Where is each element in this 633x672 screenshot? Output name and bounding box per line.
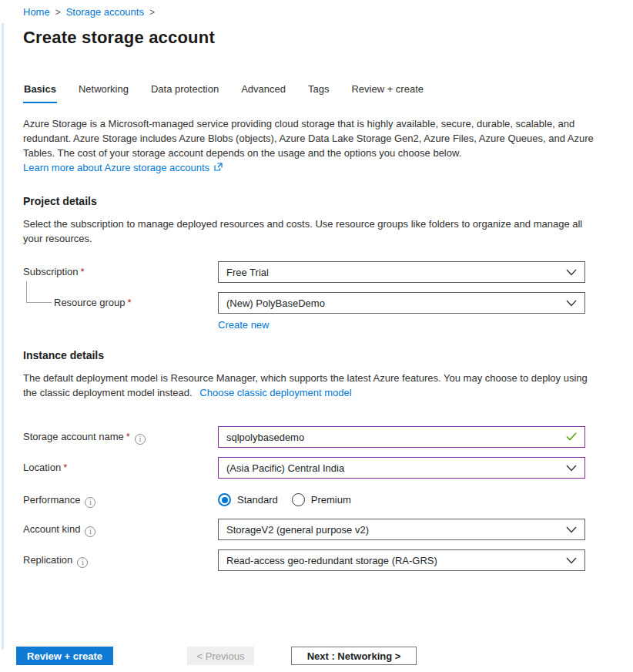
tab-data-protection[interactable]: Data protection xyxy=(150,83,219,103)
storage-account-name-textbox xyxy=(218,426,585,448)
breadcrumb: Home>Storage accounts> xyxy=(23,6,633,18)
page-title: Create storage account xyxy=(23,28,633,48)
replication-dropdown[interactable]: Read-access geo-redundant storage (RA-GR… xyxy=(218,549,585,571)
breadcrumb-separator-icon: > xyxy=(149,7,155,18)
section-heading-project-details: Project details xyxy=(23,195,633,207)
tab-networking[interactable]: Networking xyxy=(78,83,129,103)
breadcrumb-link-storage-accounts[interactable]: Storage accounts xyxy=(66,6,144,18)
chevron-down-icon xyxy=(566,462,577,474)
performance-field-row: Performance Standard Premium xyxy=(23,489,633,508)
account-kind-value: StorageV2 (general purpose v2) xyxy=(226,524,369,536)
learn-more-link[interactable]: Learn more about Azure storage accounts xyxy=(23,160,209,175)
valid-check-icon xyxy=(566,432,577,443)
previous-button[interactable]: < Previous xyxy=(187,647,254,665)
section-heading-instance-details: Instance details xyxy=(23,349,633,361)
performance-radio-standard[interactable]: Standard xyxy=(218,493,278,506)
required-asterisk: * xyxy=(81,266,85,277)
chevron-down-icon xyxy=(566,555,577,566)
account-kind-dropdown[interactable]: StorageV2 (general purpose v2) xyxy=(218,519,585,540)
resource-group-label: Resource group* xyxy=(23,292,218,308)
replication-label: Replication xyxy=(23,549,218,568)
location-field-row: Location* (Asia Pacific) Central India xyxy=(23,457,633,479)
info-icon xyxy=(85,526,95,537)
chevron-down-icon xyxy=(566,524,577,536)
performance-label: Performance xyxy=(23,489,218,508)
radio-unselected-icon xyxy=(292,493,305,506)
subscription-field-row: Subscription* Free Trial xyxy=(23,261,633,283)
breadcrumb-separator-icon: > xyxy=(55,7,61,18)
location-value: (Asia Pacific) Central India xyxy=(226,462,344,474)
tab-review-create[interactable]: Review + create xyxy=(350,83,424,103)
info-icon xyxy=(85,497,95,508)
account-kind-label: Account kind xyxy=(23,519,218,537)
replication-value: Read-access geo-redundant storage (RA-GR… xyxy=(226,555,437,566)
required-asterisk: * xyxy=(128,297,132,308)
info-icon xyxy=(77,557,88,568)
tab-bar: Basics Networking Data protection Advanc… xyxy=(23,83,633,103)
radio-label-premium: Premium xyxy=(311,494,351,506)
tab-advanced[interactable]: Advanced xyxy=(240,83,286,103)
account-kind-field-row: Account kind StorageV2 (general purpose … xyxy=(23,519,633,540)
connector-line xyxy=(26,281,52,303)
performance-radio-premium[interactable]: Premium xyxy=(292,493,351,506)
required-asterisk: * xyxy=(126,431,130,442)
breadcrumb-link-home[interactable]: Home xyxy=(23,6,50,18)
tab-basics[interactable]: Basics xyxy=(23,83,57,103)
location-dropdown[interactable]: (Asia Pacific) Central India xyxy=(218,457,585,479)
intro-text: Azure Storage is a Microsoft-managed ser… xyxy=(23,118,594,159)
resource-group-dropdown[interactable]: (New) PolyBaseDemo xyxy=(218,292,585,314)
next-networking-button[interactable]: Next : Networking > xyxy=(291,647,417,665)
storage-account-name-label: Storage account name* xyxy=(23,426,218,445)
review-create-button[interactable]: Review + create xyxy=(16,647,113,665)
radio-selected-icon xyxy=(218,493,231,506)
subscription-value: Free Trial xyxy=(226,267,269,278)
replication-field-row: Replication Read-access geo-redundant st… xyxy=(23,549,633,571)
location-label: Location* xyxy=(23,457,218,473)
chevron-down-icon xyxy=(566,297,577,309)
classic-deployment-link[interactable]: Choose classic deployment model xyxy=(199,387,351,398)
resource-group-value: (New) PolyBaseDemo xyxy=(226,297,325,309)
project-details-description: Select the subscription to manage deploy… xyxy=(23,217,594,246)
resource-group-field-row: Resource group* (New) PolyBaseDemo Creat… xyxy=(23,292,633,331)
storage-account-name-input[interactable] xyxy=(226,427,560,447)
info-icon xyxy=(135,434,146,445)
external-link-icon xyxy=(214,160,223,175)
subscription-dropdown[interactable]: Free Trial xyxy=(218,261,585,283)
storage-account-name-field-row: Storage account name* xyxy=(23,426,633,448)
tab-tags[interactable]: Tags xyxy=(307,83,330,103)
radio-label-standard: Standard xyxy=(237,494,278,506)
performance-radio-group: Standard Premium xyxy=(218,489,585,506)
chevron-down-icon xyxy=(566,267,577,278)
subscription-label: Subscription* xyxy=(23,261,218,277)
required-asterisk: * xyxy=(63,462,67,473)
create-new-link[interactable]: Create new xyxy=(218,319,269,331)
